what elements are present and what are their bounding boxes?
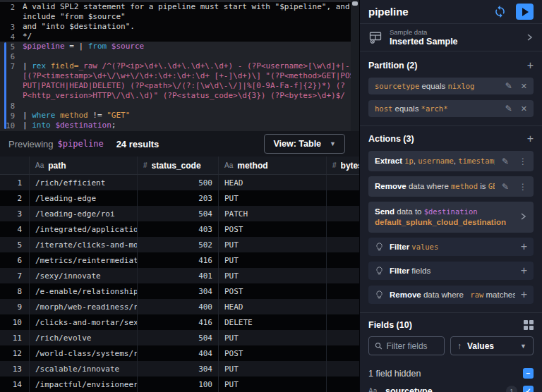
previewing-label: Previewing (8, 139, 54, 149)
table-row[interactable]: 1/rich/efficient500HEAD (0, 175, 359, 190)
action-suggestion[interactable]: Remove data where _raw matches…+ (368, 286, 534, 304)
text-run: Remove (375, 182, 406, 190)
table-row[interactable]: 14/impactful/envisioneer100PUT (0, 376, 359, 392)
add-partition-button[interactable]: + (527, 60, 534, 71)
add-suggestion-button[interactable]: + (521, 265, 527, 276)
line-code: P<http_version>HTTP\/\d\.\d)" (?P<status… (23, 91, 351, 101)
table-row[interactable]: 11/rich/evolve504PUT (0, 330, 359, 345)
column-header-status_code: #status_code (138, 157, 219, 174)
table-row[interactable]: 10/clicks-and-mortar/sexy/re…416DELETE (0, 314, 359, 330)
text-run (46, 61, 51, 71)
editor-line: 5$pipeline = | from $source (0, 42, 351, 51)
table-row[interactable]: 8/e-enable/relationships/di…304POST (0, 283, 359, 299)
suggestion-text: Remove data where _raw matches… (390, 290, 515, 299)
cell-status_code: 304 (138, 283, 219, 299)
field-row[interactable]: Aasourcetype1✓ (368, 384, 534, 392)
line-code: A valid SPL2 statement for a pipeline mu… (23, 2, 351, 12)
edit-icon[interactable]: ✎ (502, 157, 509, 166)
row-number: 11 (0, 330, 30, 345)
add-suggestion-button[interactable]: + (521, 289, 527, 300)
text-run: $source (107, 42, 144, 51)
cell-status_code: 500 (138, 175, 219, 190)
pipeline-title: pipeline (368, 6, 493, 18)
line-code: | where method != "GET" (23, 111, 351, 121)
cell-bytes (327, 376, 359, 392)
editor-scrollbar-thumb[interactable] (352, 1, 358, 6)
run-pipeline-button[interactable] (516, 4, 534, 20)
text-run: _raw (466, 290, 483, 299)
edit-icon[interactable]: ✎ (505, 81, 512, 91)
action-card-line: Extract ip, username, timestamp, method,… (375, 156, 495, 166)
action-card[interactable]: Extract ip, username, timestamp, method,… (368, 151, 534, 171)
table-row[interactable]: 5/iterate/clicks-and-mortar…502PUT (0, 237, 359, 252)
editor-scrollbar[interactable] (351, 0, 359, 131)
line-code: PUT|PATCH|HEAD|DELETE) (?P<path>\/(?:[\w… (23, 81, 351, 91)
editor-line: 10| into $destination; (0, 121, 351, 130)
add-suggestion-button[interactable]: + (521, 241, 527, 252)
partition-chip[interactable]: host equals *arch*✎✕ (368, 100, 534, 117)
code-editor[interactable]: 2A valid SPL2 statement for a pipeline m… (0, 0, 359, 131)
table-row[interactable]: 9/morph/web-readiness/revol…400HEAD (0, 299, 359, 314)
line-number: 8 (0, 101, 23, 111)
cell-method: POST (219, 221, 327, 237)
sample-data-label: Sample data (390, 28, 518, 36)
cell-path: /sexy/innovate (30, 268, 138, 283)
editor-line: P<http_version>HTTP\/\d\.\d)" (?P<status… (0, 91, 351, 101)
row-number: 7 (0, 268, 30, 283)
line-number: 10 (0, 121, 23, 130)
close-icon[interactable]: ✕ (521, 82, 527, 91)
kebab-menu-icon[interactable]: ⋮ (519, 182, 527, 192)
text-run: data where (406, 182, 451, 190)
text-run: $pipeline (23, 42, 65, 51)
filter-fields-inputbox[interactable] (368, 336, 445, 355)
kebab-menu-icon[interactable]: ⋮ (519, 157, 527, 166)
editor-line: 3and "into $destination". (0, 22, 351, 32)
line-code: */ (23, 32, 351, 42)
close-icon[interactable]: ✕ (521, 104, 527, 114)
table-row[interactable]: 4/integrated/applications403POST (0, 221, 359, 237)
table-row[interactable]: 12/world-class/systems/recon…404POST (0, 345, 359, 361)
editor-line: 4*/ (0, 32, 351, 42)
column-header-path: Aapath (30, 157, 138, 174)
field-checkbox[interactable]: ✓ (523, 386, 534, 392)
fields-title: Fields (10) (368, 320, 524, 330)
row-number: 9 (0, 299, 30, 314)
view-table-button[interactable]: View: Table ▼ (264, 134, 345, 154)
action-suggestion[interactable]: Filter fields+ (368, 262, 534, 280)
text-run: _raw /^(?P<ip>\d+\.\d+\.\d+\.\d+) - (?P<… (79, 61, 351, 71)
pipeline-sidebar: pipeline Sample data Inserted Sampl (359, 0, 542, 392)
sync-icon[interactable] (493, 5, 507, 18)
sort-value-label: Values (467, 341, 514, 351)
sort-values-dropdown[interactable]: ↑ Values ▼ (450, 336, 534, 355)
grid-view-icon[interactable] (524, 320, 534, 330)
row-number: 10 (0, 314, 30, 330)
filter-fields-input[interactable] (387, 341, 438, 351)
line-number: 5 (0, 42, 23, 51)
table-row[interactable]: 13/scalable/innovate304PUT (0, 361, 359, 376)
table-row[interactable]: 2/leading-edge203PUT (0, 190, 359, 206)
table-row[interactable]: 6/metrics/reintermediate/be…416PUT (0, 252, 359, 268)
partition-chip[interactable]: sourcetype equals nixlog✎✕ (368, 78, 534, 94)
text-run: $destination (424, 207, 478, 216)
action-card-text: Extract ip, username, timestamp, method,… (375, 156, 495, 166)
add-action-button[interactable]: + (527, 133, 534, 145)
text-run: username (418, 157, 454, 165)
text-run: from (88, 42, 107, 51)
sample-data-row[interactable]: Sample data Inserted Sample (360, 24, 542, 51)
table-row[interactable]: 7/sexy/innovate401PUT (0, 268, 359, 283)
edit-icon[interactable]: ✎ (502, 182, 509, 192)
row-number: 3 (0, 206, 30, 221)
table-row[interactable]: 3/leading-edge/roi504PATCH (0, 206, 359, 221)
edit-icon[interactable]: ✎ (505, 104, 512, 114)
editor-line: [(?P<timestamp>\d+\/\w+\/\d+:\d+:\d+:\d+… (0, 71, 351, 81)
action-card[interactable]: Remove data where method is GET✎⋮ (368, 176, 534, 197)
sample-data-icon (368, 30, 383, 44)
action-card[interactable]: Send data to $destinationdefault_splunk_… (368, 202, 534, 233)
modified-lines-indicator (4, 42, 6, 129)
text-run: data where (421, 290, 466, 299)
section-divider (360, 125, 542, 126)
hidden-fields-checkbox[interactable]: − (523, 368, 534, 379)
action-suggestion[interactable]: Filter values+ (368, 238, 534, 256)
text-run: | (23, 61, 32, 71)
text-run (55, 111, 60, 120)
